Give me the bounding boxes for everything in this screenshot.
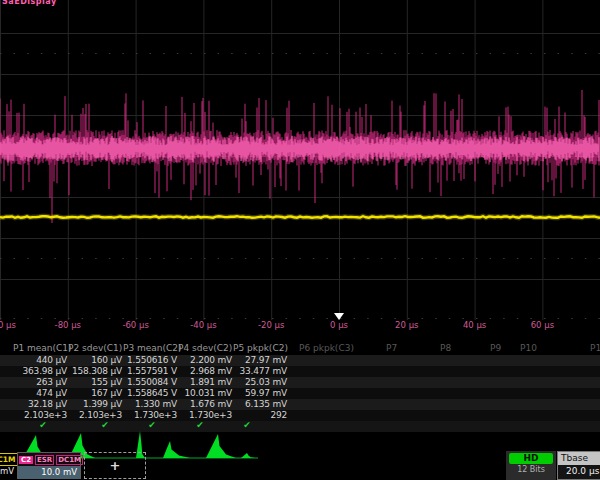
measurement-value: 474 µV	[13, 388, 67, 398]
histicon-peak	[163, 441, 190, 458]
measurement-value: 1.676 mV	[178, 399, 232, 409]
measurement-value: 1.399 µV	[68, 399, 122, 409]
measurement-header[interactable]: P3 mean(C2)	[123, 343, 177, 353]
hd-mode-button[interactable]: HD	[509, 453, 553, 464]
timebase-box[interactable]: Tbase 20.0 µs	[557, 451, 600, 480]
time-axis-label: 60 µs	[531, 320, 554, 330]
histicon-peak	[241, 453, 255, 458]
c2-tags-row: C2 ESR DC1M	[18, 453, 80, 466]
measurement-header-unused[interactable]: P10	[520, 343, 537, 353]
measurement-value: 27.97 mV	[233, 355, 287, 365]
add-trace-button[interactable]: +	[84, 452, 146, 479]
c2-coupling-tag: DC1M	[56, 455, 83, 465]
measurement-value: 1.550084 V	[123, 377, 177, 387]
measurement-value: 1.730e+3	[178, 410, 232, 420]
measurement-value: 2.968 mV	[178, 366, 232, 376]
measurement-header-unused[interactable]: P9	[490, 343, 501, 353]
measurement-value: 1.550616 V	[123, 355, 177, 365]
hd-panel: HD 12 Bits	[506, 451, 556, 480]
time-axis-label: -80 µs	[55, 320, 81, 330]
measurement-value: 6.135 mV	[233, 399, 287, 409]
timebase-value: 20.0 µs	[558, 465, 600, 476]
time-axis-label: -100 µs	[0, 320, 16, 330]
c2-esr-tag: ESR	[35, 455, 54, 465]
measurement-value: 1.330 mV	[123, 399, 177, 409]
measurement-header[interactable]: P2 sdev(C1)	[68, 343, 122, 353]
measurement-value: 10.031 mV	[178, 388, 232, 398]
measurement-header-unused[interactable]: P6 pkpk(C3)	[299, 343, 354, 353]
histicon-peak	[206, 434, 236, 458]
hd-bits-label: 12 Bits	[506, 465, 556, 474]
measurement-value: 1.558645 V	[123, 388, 177, 398]
measurement-value: 32.18 µV	[13, 399, 67, 409]
measurement-value: 2.200 mV	[178, 355, 232, 365]
measurement-value: 1.891 mV	[178, 377, 232, 387]
measurement-value: 155 µV	[68, 377, 122, 387]
measurement-value: 25.03 mV	[233, 377, 287, 387]
measurement-header[interactable]: P1 mean(C1)	[13, 343, 67, 353]
measurement-value: 1.730e+3	[123, 410, 177, 420]
measurement-value: 2.103e+3	[13, 410, 67, 420]
measurement-value: 363.98 µV	[13, 366, 67, 376]
time-axis-label: -60 µs	[122, 320, 148, 330]
c2-scale-value[interactable]: 10.0 mV	[18, 466, 80, 479]
measurement-value: 263 µV	[13, 377, 67, 387]
c1-scale-value[interactable]: 10.0 mV	[0, 466, 14, 476]
oscilloscope-screen: SaEDisplay -100 µs-80 µs-60 µs-40 µs-20 …	[0, 0, 600, 480]
measurement-value: 167 µV	[68, 388, 122, 398]
timebase-title: Tbase	[558, 452, 600, 465]
measurement-header-unused[interactable]: P11	[590, 343, 600, 353]
plus-icon: +	[110, 458, 121, 473]
measurement-header[interactable]: P4 sdev(C2)	[178, 343, 232, 353]
c1-coupling-tag[interactable]: DC1M	[0, 453, 18, 466]
time-axis-label: -20 µs	[258, 320, 284, 330]
time-axis-label: -40 µs	[190, 320, 216, 330]
c2-channel-tag[interactable]: C2	[19, 456, 33, 464]
measurement-value: 292	[233, 410, 287, 420]
measurement-header-unused[interactable]: P7	[386, 343, 397, 353]
measurement-value: 59.97 mV	[233, 388, 287, 398]
time-axis-label: 0 µs	[330, 320, 348, 330]
measurement-value: 33.477 mV	[233, 366, 287, 376]
measurement-header-unused[interactable]: P8	[440, 343, 451, 353]
measurement-value: 160 µV	[68, 355, 122, 365]
c2-descriptor-box[interactable]: C2 ESR DC1M 10.0 mV	[17, 452, 81, 479]
measurement-value: 158.308 µV	[68, 366, 122, 376]
measurement-value: 1.557591 V	[123, 366, 177, 376]
time-axis-label: 20 µs	[395, 320, 418, 330]
measurement-value: 440 µV	[13, 355, 67, 365]
trigger-marker[interactable]	[334, 313, 344, 320]
time-axis-label: 40 µs	[463, 320, 486, 330]
measurement-value: 2.103e+3	[68, 410, 122, 420]
measurement-header[interactable]: P5 pkpk(C2)	[233, 343, 287, 353]
trigger-marker-layer	[0, 0, 600, 330]
